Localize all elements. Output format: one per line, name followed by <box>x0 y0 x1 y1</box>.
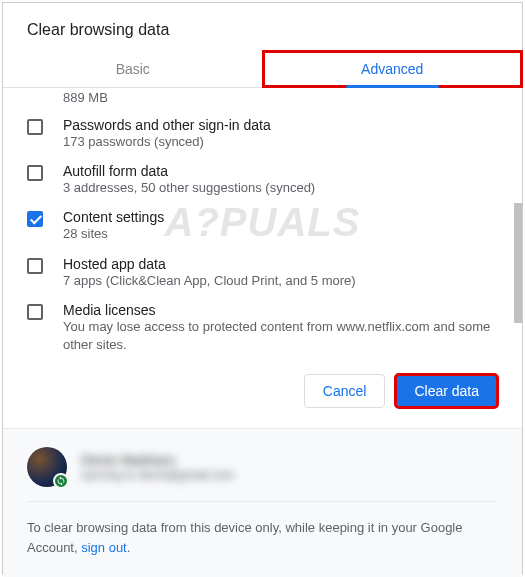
partial-preceding-subtext: 889 MB <box>27 90 498 105</box>
checkbox-hosted-app[interactable] <box>27 258 43 274</box>
tab-advanced[interactable]: Advanced <box>263 51 523 87</box>
footer-note: To clear browsing data from this device … <box>27 502 498 557</box>
profile-row: Denis Madrazo syncing to denis@gmail.com <box>27 447 498 502</box>
profile-text: Denis Madrazo syncing to denis@gmail.com <box>81 452 234 482</box>
options-list: 889 MB Passwords and other sign-in data … <box>3 88 522 356</box>
option-subtext: You may lose access to protected content… <box>63 318 498 354</box>
dialog-buttons: Cancel Clear data <box>3 356 522 428</box>
avatar-wrap <box>27 447 67 487</box>
clear-browsing-dialog: Clear browsing data Basic Advanced 889 M… <box>3 3 522 428</box>
checkbox-autofill[interactable] <box>27 165 43 181</box>
clear-data-button[interactable]: Clear data <box>395 374 498 408</box>
checkbox-media-licenses[interactable] <box>27 304 43 320</box>
scrollbar-thumb[interactable] <box>514 203 522 323</box>
footer-text-after: . <box>127 540 131 555</box>
option-row-hosted-app: Hosted app data 7 apps (Click&Clean App,… <box>27 250 498 296</box>
profile-email: syncing to denis@gmail.com <box>81 468 234 482</box>
option-row-media-licenses: Media licenses You may lose access to pr… <box>27 296 498 356</box>
option-label: Passwords and other sign-in data <box>63 117 498 133</box>
option-label: Media licenses <box>63 302 498 318</box>
option-subtext: 7 apps (Click&Clean App, Cloud Print, an… <box>63 272 498 290</box>
option-row-passwords: Passwords and other sign-in data 173 pas… <box>27 111 498 157</box>
option-row-autofill: Autofill form data 3 addresses, 50 other… <box>27 157 498 203</box>
profile-name: Denis Madrazo <box>81 452 234 468</box>
option-row-content-settings: Content settings 28 sites <box>27 203 498 249</box>
tab-basic[interactable]: Basic <box>3 51 263 87</box>
profile-section: Denis Madrazo syncing to denis@gmail.com… <box>3 428 522 577</box>
tab-bar: Basic Advanced <box>3 51 522 88</box>
option-label: Content settings <box>63 209 498 225</box>
checkbox-content-settings[interactable] <box>27 211 43 227</box>
cancel-button[interactable]: Cancel <box>304 374 386 408</box>
option-label: Hosted app data <box>63 256 498 272</box>
option-subtext: 3 addresses, 50 other suggestions (synce… <box>63 179 498 197</box>
checkbox-passwords[interactable] <box>27 119 43 135</box>
sign-out-link[interactable]: sign out <box>81 540 127 555</box>
option-label: Autofill form data <box>63 163 498 179</box>
dialog-title: Clear browsing data <box>3 3 522 51</box>
option-subtext: 28 sites <box>63 225 498 243</box>
sync-badge-icon <box>53 473 69 489</box>
option-subtext: 173 passwords (synced) <box>63 133 498 151</box>
